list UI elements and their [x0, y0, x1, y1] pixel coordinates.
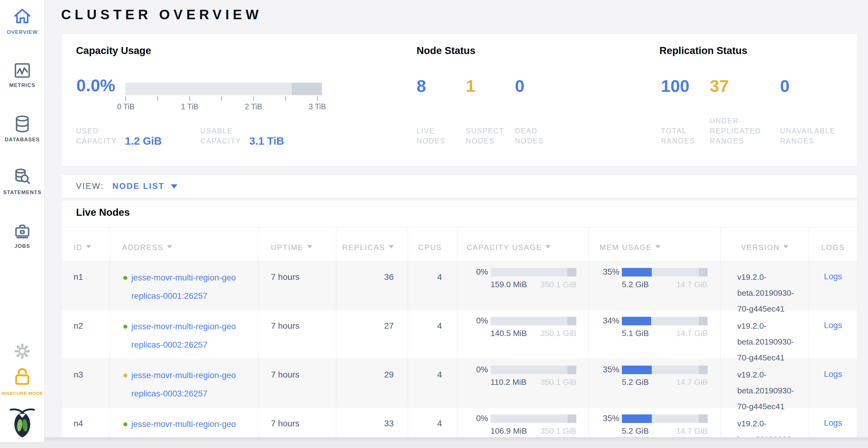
gauge-tick-label: 3 TiB — [309, 102, 326, 111]
node-mem-usage-cell: 35% 5.2 GiB 14.7 GiB — [589, 408, 720, 437]
jobs-icon — [13, 222, 31, 228]
capacity-percent-label: 0% — [466, 267, 488, 277]
gauge-tick — [221, 97, 222, 101]
usable-capacity-label: USABLE CAPACITY — [200, 126, 243, 146]
gauge-tick — [125, 97, 126, 101]
mem-used-value: 5.2 GiB — [622, 378, 649, 387]
node-address-link[interactable]: jesse-movr-multi-region-geo replicas-000… — [131, 366, 236, 414]
node-logs-link[interactable]: Logs — [824, 369, 842, 379]
mem-bar — [622, 366, 708, 374]
node-capacity-usage-cell: 0% 159.0 MiB 350.1 GiB — [458, 261, 589, 317]
sidebar-item-jobs[interactable]: JOBS — [0, 222, 44, 249]
capacity-bar — [491, 268, 576, 276]
node-status-dot — [123, 276, 127, 280]
settings-gear-icon[interactable] — [0, 343, 44, 359]
chevron-down-icon — [171, 184, 178, 188]
column-header-version[interactable]: VERSION — [720, 227, 809, 261]
mem-percent-label: 35% — [597, 365, 619, 374]
node-version-cell: v19.2.0-beta.20190930-70-g445ec41 — [720, 359, 809, 414]
sidebar-item-label: JOBS — [0, 243, 44, 249]
replication-status-stats: 100 TOTAL RANGES 37 UNDER-REPLICATED RAN… — [661, 77, 854, 146]
capacity-gauge: 0 TiB 1 TiB 2 TiB 3 TiB — [125, 83, 322, 95]
capacity-used-value: 106.9 MiB — [491, 426, 527, 436]
column-header-capacity-usage[interactable]: CAPACITY USAGE — [458, 227, 589, 261]
capacity-bar — [491, 366, 576, 374]
insecure-lock-icon — [0, 367, 44, 386]
sidebar-item-label: STATEMENTS — [0, 189, 44, 196]
window-bottom-edge — [0, 437, 868, 448]
node-status-dot — [123, 325, 127, 329]
capacity-bar — [491, 414, 576, 423]
node-replicas: 33 — [336, 408, 408, 437]
live-nodes-table: ID ADDRESS UPTIME REPLICAS CPUS CAPACITY… — [61, 227, 857, 437]
table-row: n3 jesse-movr-multi-region-geo replicas-… — [61, 358, 857, 407]
node-status-stats: 8 LIVE NODES 1 SUSPECT NODES 0 DEAD NODE… — [416, 77, 564, 146]
node-logs-link[interactable]: Logs — [824, 320, 842, 330]
node-uptime: 7 hours — [259, 359, 336, 414]
under-replicated-ranges-stat: 37 UNDER-REPLICATED RANGES — [710, 77, 780, 146]
node-logs-link[interactable]: Logs — [824, 272, 842, 281]
sidebar-item-metrics[interactable]: METRICS — [0, 62, 44, 89]
view-label: VIEW: — [76, 181, 104, 191]
mem-used-value: 5.2 GiB — [622, 426, 649, 436]
column-header-replicas[interactable]: REPLICAS — [336, 227, 408, 261]
node-logs-link[interactable]: Logs — [824, 418, 842, 427]
sidebar-item-databases[interactable]: DATABASES — [0, 115, 44, 143]
capacity-bar-reserved — [567, 268, 576, 276]
mem-bar-reserved — [699, 268, 708, 276]
column-header-address[interactable]: ADDRESS — [110, 227, 259, 261]
node-address-link[interactable]: jesse-movr-multi-region-geo replicas-000… — [131, 415, 236, 437]
view-dropdown[interactable]: NODE LIST — [113, 181, 178, 191]
dead-nodes-value: 0 — [515, 77, 564, 96]
node-id: n2 — [61, 310, 110, 366]
used-capacity-value: 1.2 GiB — [125, 135, 162, 147]
mem-bar-fill — [622, 317, 651, 325]
node-uptime: 7 hours — [259, 310, 336, 366]
sort-icon — [307, 245, 312, 248]
view-dropdown-value: NODE LIST — [113, 181, 165, 191]
table-header-row: ID ADDRESS UPTIME REPLICAS CPUS CAPACITY… — [61, 227, 857, 261]
gauge-tick-label: 2 TiB — [245, 102, 262, 111]
mem-total-value: 14.7 GiB — [676, 280, 708, 289]
dead-nodes-label: DEAD NODES — [515, 126, 564, 146]
node-capacity-usage-cell: 0% 110.2 MiB 350.1 GiB — [458, 359, 589, 414]
node-address-cell: jesse-movr-multi-region-geo replicas-000… — [110, 261, 259, 317]
suspect-nodes-value: 1 — [466, 77, 515, 96]
home-icon — [12, 6, 32, 11]
sidebar-item-overview[interactable]: OVERVIEW — [0, 6, 44, 35]
total-ranges-label: TOTAL RANGES — [661, 126, 707, 146]
capacity-percent-label: 0% — [466, 316, 488, 325]
capacity-percent-label: 0% — [466, 365, 488, 374]
gauge-tick — [317, 97, 318, 101]
column-header-id[interactable]: ID — [61, 227, 110, 261]
node-id: n4 — [61, 408, 110, 437]
used-capacity-label: USED CAPACITY — [76, 126, 119, 146]
usable-capacity-value: 3.1 TiB — [249, 135, 284, 147]
total-ranges-value: 100 — [661, 77, 710, 96]
capacity-bar-reserved — [567, 317, 576, 325]
mem-bar-reserved — [699, 366, 708, 374]
mem-bar — [622, 268, 708, 276]
capacity-total-value: 350.1 GiB — [540, 426, 576, 436]
column-header-mem-usage[interactable]: MEM USAGE — [589, 227, 720, 261]
node-replicas: 27 — [336, 310, 408, 366]
replication-status-title: Replication Status — [659, 45, 747, 57]
node-address-link[interactable]: jesse-movr-multi-region-geo replicas-000… — [131, 317, 236, 366]
node-id: n1 — [61, 261, 110, 317]
column-header-cpus[interactable]: CPUS — [408, 227, 458, 261]
node-version: v19.2.0-beta.20190930-70-g445ec41 — [737, 269, 802, 317]
sidebar-item-statements[interactable]: STATEMENTS — [0, 168, 44, 196]
node-replicas: 29 — [336, 359, 408, 414]
statements-icon — [13, 168, 32, 173]
insecure-mode-label: INSECURE MODE — [0, 391, 44, 396]
mem-total-value: 14.7 GiB — [676, 426, 708, 436]
mem-used-value: 5.2 GiB — [622, 280, 649, 289]
capacity-usage-title: Capacity Usage — [76, 45, 151, 57]
capacity-total-value: 350.1 GiB — [540, 329, 576, 338]
node-capacity-usage-cell: 0% 106.9 MiB 350.1 GiB — [458, 408, 589, 437]
capacity-gauge-reserved-segment — [292, 83, 322, 95]
dead-nodes-stat: 0 DEAD NODES — [515, 77, 564, 146]
node-address-link[interactable]: jesse-movr-multi-region-geo replicas-000… — [131, 269, 236, 317]
under-replicated-label: UNDER-REPLICATED RANGES — [710, 116, 778, 146]
column-header-uptime[interactable]: UPTIME — [259, 227, 336, 261]
